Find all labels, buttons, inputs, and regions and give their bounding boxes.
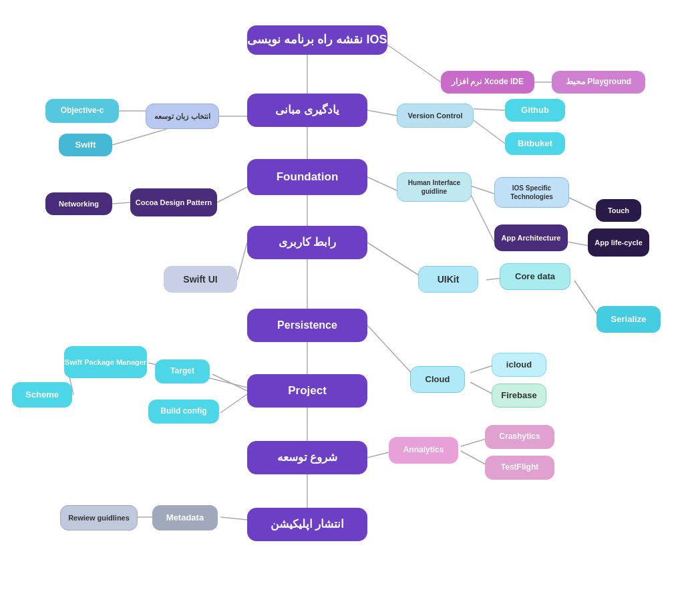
foundation-node: Foundation xyxy=(247,159,367,195)
svg-line-36 xyxy=(220,517,247,520)
github-node: Github xyxy=(505,99,565,122)
icloud-node: icloud xyxy=(492,353,546,377)
svg-line-19 xyxy=(367,243,426,280)
xcode-node: نرم افزار Xcode IDE xyxy=(441,71,534,94)
svg-line-4 xyxy=(474,109,505,110)
mind-map-canvas: نقشه راه برنامه نویسی IOS یادگیری مبانی … xyxy=(0,0,684,616)
crashlytics-node: Crashytics xyxy=(485,425,554,449)
svg-line-3 xyxy=(367,110,397,116)
core-data-node: Core data xyxy=(500,263,570,290)
testflight-node: TestFlight xyxy=(485,456,554,480)
svg-line-8 xyxy=(112,129,167,145)
app-lifecycle-node: App life-cycle xyxy=(588,228,649,257)
serialize-node: Serialize xyxy=(596,306,661,333)
svg-line-12 xyxy=(470,194,494,242)
bitbuket-node: Bitbuket xyxy=(505,132,565,155)
root-node: نقشه راه برنامه نویسی IOS xyxy=(247,25,387,55)
touch-node: Touch xyxy=(596,199,641,222)
review-node: Rewiew guidlines xyxy=(60,505,138,530)
learning-node: یادگیری مبانی xyxy=(247,94,367,127)
svg-line-16 xyxy=(112,202,130,204)
human-interface-node: Human Interface guidline xyxy=(397,172,472,202)
scheme-node: Scheme xyxy=(12,382,72,408)
firebase-node: Firebase xyxy=(492,383,546,408)
swift-node: Swift xyxy=(59,134,112,156)
svg-line-11 xyxy=(470,186,494,194)
version-control-node: Version Control xyxy=(397,104,474,128)
svg-line-13 xyxy=(568,197,596,210)
svg-line-24 xyxy=(367,325,417,379)
svg-line-5 xyxy=(474,120,505,144)
ui-node: رابط کاربری xyxy=(247,226,367,259)
target-node: Target xyxy=(155,359,210,383)
svg-line-30 xyxy=(220,394,247,413)
analytics-node: Annalytics xyxy=(389,437,458,464)
svg-line-15 xyxy=(217,187,247,202)
svg-line-14 xyxy=(568,242,589,246)
svg-line-18 xyxy=(237,243,247,280)
cloud-node: Cloud xyxy=(410,366,465,393)
svg-line-29 xyxy=(212,374,247,391)
uikit-node: UIKit xyxy=(418,266,478,293)
ios-specific-node: IOS Specific Technologies xyxy=(494,177,569,208)
lang-select-node: انتخاب زبان توسعه xyxy=(146,104,219,129)
metadata-node: Metadata xyxy=(152,505,218,530)
svg-line-1 xyxy=(381,40,441,82)
playground-node: محیط Playground xyxy=(552,71,645,94)
project-node: Project xyxy=(247,374,367,408)
svg-line-10 xyxy=(367,177,397,190)
persistence-node: Persistence xyxy=(247,309,367,342)
build-config-node: Build config xyxy=(148,400,219,424)
start-node: شروع توسعه xyxy=(247,441,367,474)
objc-node: Objective-c xyxy=(45,99,119,123)
swiftui-node: Swift UI xyxy=(164,266,237,293)
networking-node: Networking xyxy=(45,192,112,215)
cocoa-node: Cocoa Design Pattern xyxy=(130,188,217,216)
app-arch-node: App Architecture xyxy=(494,224,568,251)
publish-node: انتشار اپلیکیشن xyxy=(247,508,367,541)
swift-pkg-node: Swift Package Manager xyxy=(64,346,147,378)
